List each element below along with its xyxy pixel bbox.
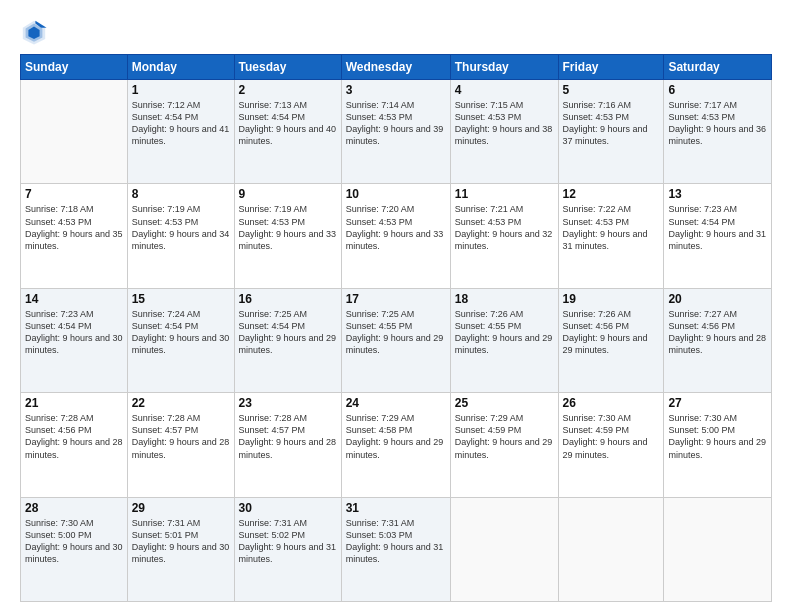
calendar-cell: 18Sunrise: 7:26 AM Sunset: 4:55 PM Dayli… [450, 288, 558, 392]
calendar-cell: 16Sunrise: 7:25 AM Sunset: 4:54 PM Dayli… [234, 288, 341, 392]
calendar-cell: 2Sunrise: 7:13 AM Sunset: 4:54 PM Daylig… [234, 80, 341, 184]
day-info: Sunrise: 7:31 AM Sunset: 5:01 PM Dayligh… [132, 517, 230, 566]
day-number: 1 [132, 83, 230, 97]
day-number: 2 [239, 83, 337, 97]
calendar-cell: 25Sunrise: 7:29 AM Sunset: 4:59 PM Dayli… [450, 393, 558, 497]
day-info: Sunrise: 7:29 AM Sunset: 4:59 PM Dayligh… [455, 412, 554, 461]
day-info: Sunrise: 7:23 AM Sunset: 4:54 PM Dayligh… [668, 203, 767, 252]
calendar-cell: 31Sunrise: 7:31 AM Sunset: 5:03 PM Dayli… [341, 497, 450, 601]
calendar-cell: 15Sunrise: 7:24 AM Sunset: 4:54 PM Dayli… [127, 288, 234, 392]
day-info: Sunrise: 7:21 AM Sunset: 4:53 PM Dayligh… [455, 203, 554, 252]
day-number: 22 [132, 396, 230, 410]
day-info: Sunrise: 7:28 AM Sunset: 4:57 PM Dayligh… [132, 412, 230, 461]
weekday-header-tuesday: Tuesday [234, 55, 341, 80]
day-number: 20 [668, 292, 767, 306]
calendar-cell: 10Sunrise: 7:20 AM Sunset: 4:53 PM Dayli… [341, 184, 450, 288]
calendar-cell: 19Sunrise: 7:26 AM Sunset: 4:56 PM Dayli… [558, 288, 664, 392]
day-info: Sunrise: 7:26 AM Sunset: 4:56 PM Dayligh… [563, 308, 660, 357]
calendar-cell: 1Sunrise: 7:12 AM Sunset: 4:54 PM Daylig… [127, 80, 234, 184]
weekday-header-saturday: Saturday [664, 55, 772, 80]
day-info: Sunrise: 7:16 AM Sunset: 4:53 PM Dayligh… [563, 99, 660, 148]
day-number: 6 [668, 83, 767, 97]
day-info: Sunrise: 7:31 AM Sunset: 5:03 PM Dayligh… [346, 517, 446, 566]
weekday-header-row: SundayMondayTuesdayWednesdayThursdayFrid… [21, 55, 772, 80]
day-info: Sunrise: 7:18 AM Sunset: 4:53 PM Dayligh… [25, 203, 123, 252]
weekday-header-wednesday: Wednesday [341, 55, 450, 80]
day-number: 26 [563, 396, 660, 410]
calendar-cell: 22Sunrise: 7:28 AM Sunset: 4:57 PM Dayli… [127, 393, 234, 497]
calendar-cell: 14Sunrise: 7:23 AM Sunset: 4:54 PM Dayli… [21, 288, 128, 392]
day-info: Sunrise: 7:31 AM Sunset: 5:02 PM Dayligh… [239, 517, 337, 566]
day-number: 5 [563, 83, 660, 97]
calendar-cell [450, 497, 558, 601]
weekday-header-friday: Friday [558, 55, 664, 80]
calendar-cell: 17Sunrise: 7:25 AM Sunset: 4:55 PM Dayli… [341, 288, 450, 392]
day-number: 13 [668, 187, 767, 201]
day-number: 15 [132, 292, 230, 306]
page: SundayMondayTuesdayWednesdayThursdayFrid… [0, 0, 792, 612]
calendar-cell: 9Sunrise: 7:19 AM Sunset: 4:53 PM Daylig… [234, 184, 341, 288]
generalblue-icon [20, 18, 48, 46]
day-number: 28 [25, 501, 123, 515]
calendar-cell: 7Sunrise: 7:18 AM Sunset: 4:53 PM Daylig… [21, 184, 128, 288]
week-row-0: 1Sunrise: 7:12 AM Sunset: 4:54 PM Daylig… [21, 80, 772, 184]
day-number: 21 [25, 396, 123, 410]
day-number: 31 [346, 501, 446, 515]
week-row-3: 21Sunrise: 7:28 AM Sunset: 4:56 PM Dayli… [21, 393, 772, 497]
calendar-cell: 13Sunrise: 7:23 AM Sunset: 4:54 PM Dayli… [664, 184, 772, 288]
day-number: 18 [455, 292, 554, 306]
day-info: Sunrise: 7:19 AM Sunset: 4:53 PM Dayligh… [132, 203, 230, 252]
calendar-cell: 12Sunrise: 7:22 AM Sunset: 4:53 PM Dayli… [558, 184, 664, 288]
day-info: Sunrise: 7:12 AM Sunset: 4:54 PM Dayligh… [132, 99, 230, 148]
day-info: Sunrise: 7:14 AM Sunset: 4:53 PM Dayligh… [346, 99, 446, 148]
day-info: Sunrise: 7:15 AM Sunset: 4:53 PM Dayligh… [455, 99, 554, 148]
day-number: 27 [668, 396, 767, 410]
day-info: Sunrise: 7:28 AM Sunset: 4:57 PM Dayligh… [239, 412, 337, 461]
day-info: Sunrise: 7:25 AM Sunset: 4:55 PM Dayligh… [346, 308, 446, 357]
calendar-cell: 21Sunrise: 7:28 AM Sunset: 4:56 PM Dayli… [21, 393, 128, 497]
calendar-cell [21, 80, 128, 184]
day-number: 23 [239, 396, 337, 410]
calendar-cell: 4Sunrise: 7:15 AM Sunset: 4:53 PM Daylig… [450, 80, 558, 184]
day-info: Sunrise: 7:30 AM Sunset: 4:59 PM Dayligh… [563, 412, 660, 461]
calendar-cell [558, 497, 664, 601]
day-info: Sunrise: 7:28 AM Sunset: 4:56 PM Dayligh… [25, 412, 123, 461]
day-number: 19 [563, 292, 660, 306]
day-info: Sunrise: 7:27 AM Sunset: 4:56 PM Dayligh… [668, 308, 767, 357]
day-number: 3 [346, 83, 446, 97]
day-number: 30 [239, 501, 337, 515]
day-number: 12 [563, 187, 660, 201]
calendar-cell: 20Sunrise: 7:27 AM Sunset: 4:56 PM Dayli… [664, 288, 772, 392]
day-info: Sunrise: 7:13 AM Sunset: 4:54 PM Dayligh… [239, 99, 337, 148]
logo [20, 18, 52, 46]
day-info: Sunrise: 7:19 AM Sunset: 4:53 PM Dayligh… [239, 203, 337, 252]
day-number: 17 [346, 292, 446, 306]
calendar-cell: 26Sunrise: 7:30 AM Sunset: 4:59 PM Dayli… [558, 393, 664, 497]
header [20, 18, 772, 46]
calendar: SundayMondayTuesdayWednesdayThursdayFrid… [20, 54, 772, 602]
calendar-cell: 27Sunrise: 7:30 AM Sunset: 5:00 PM Dayli… [664, 393, 772, 497]
day-number: 7 [25, 187, 123, 201]
day-info: Sunrise: 7:26 AM Sunset: 4:55 PM Dayligh… [455, 308, 554, 357]
day-info: Sunrise: 7:17 AM Sunset: 4:53 PM Dayligh… [668, 99, 767, 148]
calendar-cell: 8Sunrise: 7:19 AM Sunset: 4:53 PM Daylig… [127, 184, 234, 288]
calendar-cell: 5Sunrise: 7:16 AM Sunset: 4:53 PM Daylig… [558, 80, 664, 184]
week-row-4: 28Sunrise: 7:30 AM Sunset: 5:00 PM Dayli… [21, 497, 772, 601]
calendar-cell: 3Sunrise: 7:14 AM Sunset: 4:53 PM Daylig… [341, 80, 450, 184]
day-number: 16 [239, 292, 337, 306]
weekday-header-thursday: Thursday [450, 55, 558, 80]
day-number: 11 [455, 187, 554, 201]
week-row-1: 7Sunrise: 7:18 AM Sunset: 4:53 PM Daylig… [21, 184, 772, 288]
calendar-cell: 29Sunrise: 7:31 AM Sunset: 5:01 PM Dayli… [127, 497, 234, 601]
weekday-header-sunday: Sunday [21, 55, 128, 80]
day-number: 8 [132, 187, 230, 201]
day-number: 9 [239, 187, 337, 201]
day-info: Sunrise: 7:20 AM Sunset: 4:53 PM Dayligh… [346, 203, 446, 252]
day-number: 10 [346, 187, 446, 201]
calendar-cell: 24Sunrise: 7:29 AM Sunset: 4:58 PM Dayli… [341, 393, 450, 497]
calendar-cell: 6Sunrise: 7:17 AM Sunset: 4:53 PM Daylig… [664, 80, 772, 184]
day-info: Sunrise: 7:23 AM Sunset: 4:54 PM Dayligh… [25, 308, 123, 357]
calendar-cell: 11Sunrise: 7:21 AM Sunset: 4:53 PM Dayli… [450, 184, 558, 288]
day-info: Sunrise: 7:22 AM Sunset: 4:53 PM Dayligh… [563, 203, 660, 252]
day-info: Sunrise: 7:29 AM Sunset: 4:58 PM Dayligh… [346, 412, 446, 461]
